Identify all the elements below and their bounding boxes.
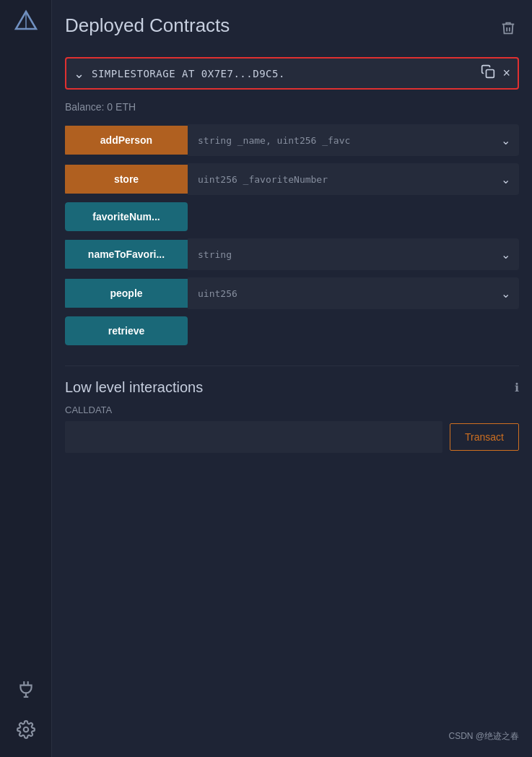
transact-button[interactable]: Transact xyxy=(450,423,519,451)
contract-address-label: SIMPLESTORAGE AT 0X7E7...D9C5. xyxy=(92,68,474,79)
sidebar-bottom-icons xyxy=(13,676,39,743)
trash-icon xyxy=(500,20,516,36)
people-input[interactable]: uint256 xyxy=(188,277,492,309)
store-input[interactable]: uint256 _favoriteNumber xyxy=(188,163,492,195)
addperson-input[interactable]: string _name, uint256 _favc xyxy=(188,124,492,156)
store-button[interactable]: store xyxy=(65,165,188,194)
retrieve-button[interactable]: retrieve xyxy=(65,316,188,345)
favoritenum-button[interactable]: favoriteNum... xyxy=(65,202,188,231)
panel-header: Deployed Contracts xyxy=(65,14,519,43)
addperson-chevron[interactable]: ⌄ xyxy=(492,124,519,156)
plugin-icon-btn[interactable] xyxy=(13,676,39,702)
function-row-retrieve: retrieve xyxy=(65,316,519,345)
function-row-people: people uint256 ⌄ xyxy=(65,277,519,309)
function-row-addperson: addPerson string _name, uint256 _favc ⌄ xyxy=(65,124,519,156)
page-title: Deployed Contracts xyxy=(65,14,230,37)
sidebar xyxy=(0,0,52,757)
delete-all-button[interactable] xyxy=(497,17,519,43)
close-contract-button[interactable]: × xyxy=(502,66,510,81)
addperson-button[interactable]: addPerson xyxy=(65,126,188,155)
store-chevron[interactable]: ⌄ xyxy=(492,163,519,195)
svg-point-5 xyxy=(23,727,28,732)
nametofavori-chevron[interactable]: ⌄ xyxy=(492,238,519,270)
nametofavori-button[interactable]: nameToFavori... xyxy=(65,240,188,269)
calldata-row: Transact xyxy=(65,421,519,453)
contract-dropdown-chevron[interactable]: ⌄ xyxy=(74,66,84,82)
plug-icon xyxy=(17,680,35,698)
contract-selector[interactable]: ⌄ SIMPLESTORAGE AT 0X7E7...D9C5. × xyxy=(65,57,519,90)
copy-icon xyxy=(481,64,495,79)
watermark: CSDN @绝迹之春 xyxy=(65,723,519,743)
calldata-label: CALLDATA xyxy=(65,405,519,415)
people-button[interactable]: people xyxy=(65,279,188,308)
function-row-store: store uint256 _favoriteNumber ⌄ xyxy=(65,163,519,195)
low-level-title: Low level interactions xyxy=(65,379,203,396)
calldata-input[interactable] xyxy=(65,421,442,453)
balance-display: Balance: 0 ETH xyxy=(65,101,519,113)
function-row-favoritenum: favoriteNum... xyxy=(65,202,519,231)
settings-icon-btn[interactable] xyxy=(13,717,39,743)
sidebar-logo[interactable] xyxy=(12,7,40,36)
section-divider xyxy=(65,365,519,366)
info-icon[interactable]: ℹ xyxy=(515,381,519,394)
people-chevron[interactable]: ⌄ xyxy=(492,277,519,309)
function-row-nametofavori: nameToFavori... string ⌄ xyxy=(65,238,519,270)
svg-rect-6 xyxy=(487,70,494,78)
nametofavori-input[interactable]: string xyxy=(188,238,492,270)
low-level-header: Low level interactions ℹ xyxy=(65,379,519,396)
copy-address-button[interactable] xyxy=(481,64,495,82)
logo-icon xyxy=(13,9,39,35)
main-panel: Deployed Contracts ⌄ SIMPLESTORAGE AT 0X… xyxy=(52,0,532,757)
gear-icon xyxy=(17,720,35,739)
